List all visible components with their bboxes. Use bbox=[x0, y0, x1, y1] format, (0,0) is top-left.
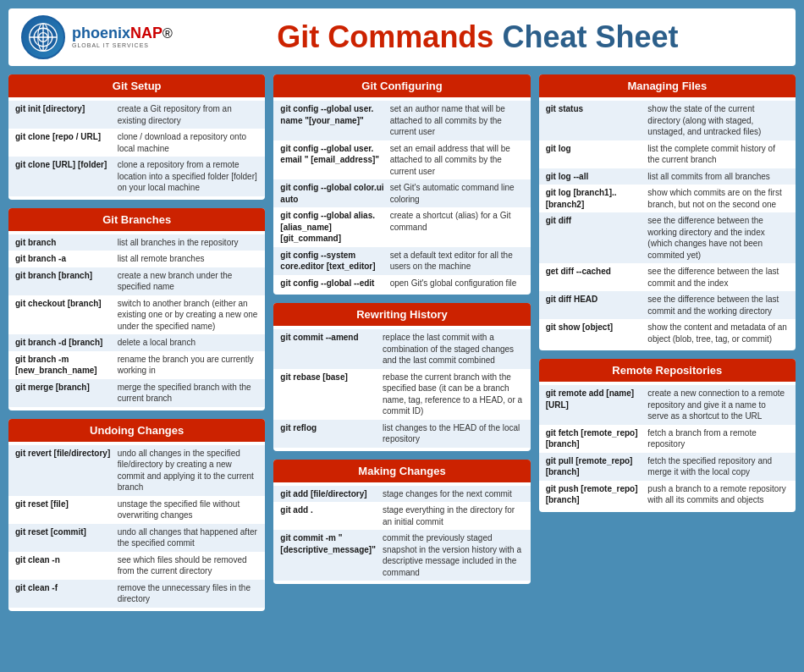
cmd-val: see which files should be removed from t… bbox=[118, 554, 259, 577]
section-header-git-setup: Git Setup bbox=[8, 74, 265, 97]
cmd-val: set an email address that will be attach… bbox=[390, 143, 524, 178]
cmd-val: commit the previously staged snapshot in… bbox=[383, 532, 524, 578]
section-managing-files: Managing Files git status show the state… bbox=[539, 74, 796, 350]
logo-text: phoenixNAP® GLOBAL IT SERVICES bbox=[72, 25, 173, 48]
cmd-val: replace the last commit with a combinati… bbox=[383, 332, 524, 366]
title-area: Git Commands Cheat Sheet bbox=[173, 19, 783, 55]
cmd-val: set a default text editor for all the us… bbox=[390, 250, 524, 273]
cmd-key: git log bbox=[546, 143, 648, 166]
cmd-key: git init [directory] bbox=[15, 103, 118, 126]
cmd-val: create a new branch under the specified … bbox=[118, 270, 259, 293]
cmd-row: git config --global --edit open Git's gl… bbox=[273, 275, 530, 292]
cmd-val: show the state of the current directory … bbox=[647, 103, 789, 138]
cmd-val: delete a local branch bbox=[118, 337, 259, 349]
section-remote-repositories: Remote Repositories git remote add [name… bbox=[539, 359, 796, 512]
cmd-row: git add [file/directory] stage changes f… bbox=[273, 486, 530, 503]
cmd-row: git commit -m " [descriptive_message]" c… bbox=[273, 530, 530, 581]
cmd-key: git clone [repo / URL] bbox=[15, 131, 118, 154]
cmd-key: git diff HEAD bbox=[546, 294, 648, 317]
cmd-val: list all commits from all branches bbox=[647, 171, 789, 183]
cmd-row: git log --all list all commits from all … bbox=[539, 168, 796, 185]
cmd-val: see the difference between the last comm… bbox=[647, 266, 789, 289]
logo-sub: GLOBAL IT SERVICES bbox=[72, 42, 173, 49]
cmd-key: git log [branch1]..[branch2] bbox=[546, 187, 648, 210]
cmd-row: git status show the state of the current… bbox=[539, 101, 796, 140]
title-git: Git Commands bbox=[277, 19, 502, 54]
col-3: Managing Files git status show the state… bbox=[539, 74, 796, 611]
cmd-val: see the difference between the last comm… bbox=[647, 294, 789, 317]
title-cheat: Cheat Sheet bbox=[502, 19, 678, 54]
cmd-val: show which commits are on the first bran… bbox=[647, 187, 789, 210]
header: phoenixNAP® GLOBAL IT SERVICES Git Comma… bbox=[8, 8, 796, 66]
section-body-managing-files: git status show the state of the current… bbox=[539, 97, 796, 350]
cmd-key: git branch -d [branch] bbox=[15, 337, 118, 349]
cmd-row: git reset [file] unstage the specified f… bbox=[8, 496, 265, 524]
cmd-val: undo all changes in the specified file/d… bbox=[118, 448, 259, 493]
cmd-key: get diff --cached bbox=[546, 266, 648, 289]
cmd-val: fetch a branch from a remote repository bbox=[647, 427, 789, 450]
section-body-undoing-changes: git revert [file/directory] undo all cha… bbox=[8, 442, 265, 611]
cmd-val: show the content and metadata of an obje… bbox=[647, 322, 789, 344]
cmd-val: list all remote branches bbox=[118, 253, 259, 265]
cmd-key: git checkout [branch] bbox=[15, 298, 118, 333]
col-1: Git Setup git init [directory] create a … bbox=[8, 74, 265, 611]
section-header-managing-files: Managing Files bbox=[539, 74, 796, 97]
main-content: Git Setup git init [directory] create a … bbox=[8, 74, 796, 611]
cmd-row: git config --system core.editor [text_ed… bbox=[273, 247, 530, 275]
cmd-val: clone / download a repository onto local… bbox=[118, 131, 259, 154]
cmd-val: see the difference between the working d… bbox=[647, 215, 789, 261]
cmd-key: git commit -m " [descriptive_message]" bbox=[280, 532, 383, 578]
cmd-row: git init [directory] create a Git reposi… bbox=[8, 101, 265, 129]
section-body-git-branches: git branch list all branches in the repo… bbox=[8, 231, 265, 410]
cmd-key: git config --system core.editor [text_ed… bbox=[280, 250, 389, 273]
cmd-val: create a shortcut (alias) for a Git comm… bbox=[390, 210, 524, 245]
cmd-val: set an author name that will be attached… bbox=[390, 103, 524, 138]
section-header-making-changes: Making Changes bbox=[273, 460, 530, 482]
cmd-key: git clone [URL] [folder] bbox=[15, 159, 118, 194]
section-header-git-configuring: Git Configuring bbox=[273, 74, 530, 97]
cmd-val: rebase the current branch with the speci… bbox=[383, 372, 524, 417]
cmd-key: git add . bbox=[280, 504, 383, 527]
cmd-val: open Git's global configuration file bbox=[390, 278, 524, 289]
cmd-row: git config --global alias. [alias_name] … bbox=[273, 207, 530, 247]
logo-area: phoenixNAP® GLOBAL IT SERVICES bbox=[21, 15, 173, 59]
cmd-row: git merge [branch] merge the specified b… bbox=[8, 379, 265, 407]
cmd-key: git config --global alias. [alias_name] … bbox=[280, 210, 389, 245]
cmd-key: git reflog bbox=[280, 422, 383, 445]
cmd-key: git diff bbox=[546, 215, 648, 261]
cmd-row: git branch -d [branch] delete a local br… bbox=[8, 334, 265, 351]
cmd-val: set Git's automatic command line colorin… bbox=[390, 182, 524, 205]
section-making-changes: Making Changes git add [file/directory] … bbox=[273, 460, 530, 585]
cmd-row: git log list the complete commit history… bbox=[539, 140, 796, 168]
section-header-git-branches: Git Branches bbox=[8, 208, 265, 231]
section-header-remote-repositories: Remote Repositories bbox=[539, 359, 796, 382]
cmd-key: git config --global user. name "[your_na… bbox=[280, 103, 389, 138]
cmd-val: stage everything in the directory for an… bbox=[383, 504, 524, 527]
logo-phoenix: phoenix bbox=[72, 25, 130, 41]
cmd-row: git config --global user. name "[your_na… bbox=[273, 101, 530, 140]
logo-nap: NAP bbox=[130, 25, 162, 41]
cmd-row: git checkout [branch] switch to another … bbox=[8, 295, 265, 335]
cmd-val: list all branches in the repository bbox=[118, 237, 259, 249]
cmd-row: git clone [repo / URL] clone / download … bbox=[8, 129, 265, 157]
cmd-key: git merge [branch] bbox=[15, 382, 118, 405]
cmd-row: git diff see the difference between the … bbox=[539, 212, 796, 263]
cmd-row: git branch -m [new_branch_name] rename t… bbox=[8, 351, 265, 379]
cmd-key: git reset [file] bbox=[15, 498, 118, 521]
cmd-key: git remote add [name] [URL] bbox=[546, 388, 648, 422]
cmd-key: git config --global --edit bbox=[280, 278, 389, 289]
section-body-git-setup: git init [directory] create a Git reposi… bbox=[8, 97, 265, 200]
cmd-val: switch to another branch (either an exis… bbox=[118, 298, 259, 333]
cmd-row: git branch [branch] create a new branch … bbox=[8, 267, 265, 295]
cmd-key: git clean -n bbox=[15, 554, 118, 577]
cmd-key: git branch [branch] bbox=[15, 270, 118, 293]
page-title: Git Commands Cheat Sheet bbox=[173, 19, 783, 55]
cmd-row: git config --global user. email " [email… bbox=[273, 140, 530, 180]
cmd-key: git config --global color.ui auto bbox=[280, 182, 389, 205]
cmd-key: git branch -a bbox=[15, 253, 118, 265]
section-body-making-changes: git add [file/directory] stage changes f… bbox=[273, 482, 530, 585]
cmd-key: git config --global user. email " [email… bbox=[280, 143, 389, 178]
cmd-row: git pull [remote_repo] [branch] fetch th… bbox=[539, 453, 796, 481]
cmd-val: list the complete commit history of the … bbox=[647, 143, 789, 166]
cmd-val: rename the branch you are currently work… bbox=[118, 354, 259, 377]
